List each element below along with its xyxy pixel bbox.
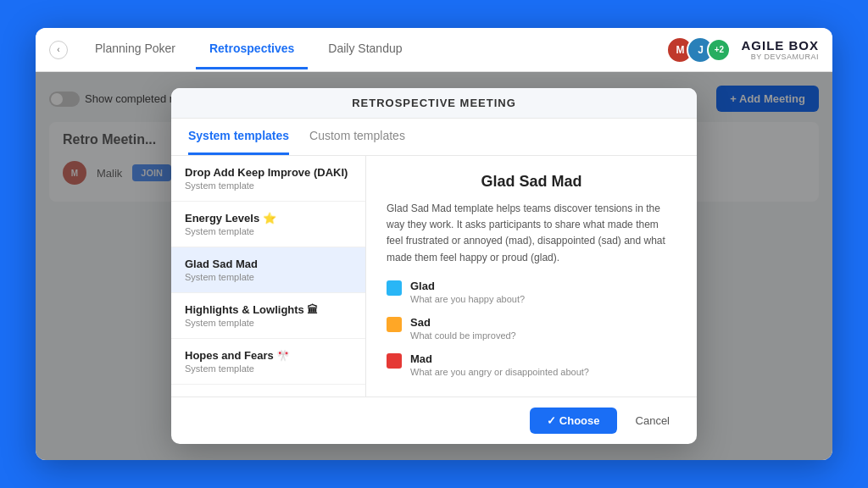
detail-item-mad: Mad What are you angry or disappointed a… [387,352,676,377]
detail-item-mad-name: Mad [410,352,589,365]
brand-subtitle: BY DEVSAMURAI [751,53,819,61]
detail-item-glad-desc: What are you happy about? [410,294,525,304]
template-type-highlights: System template [185,318,352,328]
detail-item-sad-name: Sad [410,316,516,329]
modal-tabs: System templates Custom templates [171,119,697,156]
template-item-glad-sad-mad[interactable]: Glad Sad Mad System template [171,247,365,293]
tab-system-templates[interactable]: System templates [188,119,289,155]
template-type-hopes-fears: System template [185,363,352,374]
template-item-hopes-fears[interactable]: Hopes and Fears 🎌 System template [171,339,365,385]
retrospective-modal: RETROSPECTIVE MEETING System templates C… [171,88,697,444]
template-name-energy: Energy Levels ⭐ [185,212,352,225]
modal-body: Drop Add Keep Improve (DAKI) System temp… [171,156,697,396]
detail-item-glad-name: Glad [410,280,525,292]
sad-color-swatch [387,317,402,332]
template-list: Drop Add Keep Improve (DAKI) System temp… [171,156,366,396]
modal-overlay: RETROSPECTIVE MEETING System templates C… [36,72,832,460]
nav-tabs: Planning Poker Retrospectives Daily Stan… [81,30,666,69]
template-type-glad-sad-mad: System template [185,272,352,282]
tab-planning-poker[interactable]: Planning Poker [81,30,189,69]
tab-retrospectives[interactable]: Retrospectives [196,30,308,69]
choose-button[interactable]: ✓ Choose [530,408,616,434]
avatar-group: M J +2 [666,36,731,64]
main-content: Show completed meetings + Add Meeting Re… [36,72,832,460]
detail-item-sad-desc: What could be improved? [410,330,516,341]
brand-title: AGILE BOX [741,38,819,53]
brand: AGILE BOX BY DEVSAMURAI [741,38,819,61]
template-type-daki: System template [185,180,352,191]
template-item-daki[interactable]: Drop Add Keep Improve (DAKI) System temp… [171,156,365,202]
glad-color-swatch [387,280,402,296]
tab-daily-standup[interactable]: Daily Standup [314,30,415,69]
template-item-liked[interactable]: Liked, Learned, Lacked, Longed For Syste… [171,385,365,396]
template-item-highlights[interactable]: Highlights & Lowlights 🏛 System template [171,293,365,339]
tab-custom-templates[interactable]: Custom templates [309,119,405,155]
detail-item-mad-desc: What are you angry or disappointed about… [410,367,589,377]
modal-top-label: RETROSPECTIVE MEETING [171,88,697,119]
template-name-glad-sad-mad: Glad Sad Mad [185,258,352,270]
cancel-button[interactable]: Cancel [626,408,680,434]
template-type-energy: System template [185,226,352,236]
top-navigation: ‹ Planning Poker Retrospectives Daily St… [36,28,832,72]
mad-color-swatch [387,353,402,369]
template-detail: Glad Sad Mad Glad Sad Mad template helps… [366,156,697,396]
detail-description: Glad Sad Mad template helps teams discov… [387,201,676,266]
nav-right: M J +2 AGILE BOX BY DEVSAMURAI [666,36,819,64]
detail-item-sad: Sad What could be improved? [387,316,676,341]
detail-item-glad: Glad What are you happy about? [387,280,676,304]
modal-footer: ✓ Choose Cancel [171,396,697,444]
sidebar-toggle[interactable]: ‹ [49,41,68,59]
template-name-daki: Drop Add Keep Improve (DAKI) [185,166,352,179]
avatar-3: +2 [707,38,731,62]
template-item-energy[interactable]: Energy Levels ⭐ System template [171,202,365,247]
detail-items: Glad What are you happy about? Sad What … [387,280,676,377]
detail-title: Glad Sad Mad [387,173,676,191]
template-name-hopes-fears: Hopes and Fears 🎌 [185,349,352,362]
template-name-highlights: Highlights & Lowlights 🏛 [185,303,352,316]
app-window: ‹ Planning Poker Retrospectives Daily St… [36,28,832,460]
